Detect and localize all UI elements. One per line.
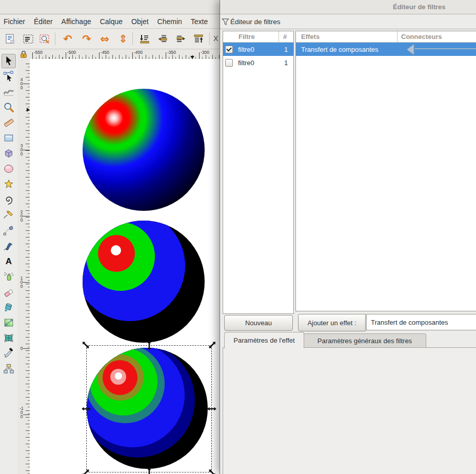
sphere-filtered-coarse[interactable] (83, 221, 205, 343)
rotate-ccw-button[interactable]: ↶ (61, 32, 75, 46)
column-count: # (283, 33, 287, 41)
column-filter: Filtre (239, 33, 255, 41)
scale-handle-n[interactable] (147, 341, 152, 350)
ruler-label: -300 (201, 50, 209, 55)
measure-icon (3, 117, 14, 128)
scale-handle-ne[interactable] (207, 340, 217, 350)
new-filter-button[interactable]: Nouveau (224, 315, 293, 331)
panel-header: Éditeur de filtres (220, 14, 476, 29)
zoom-selection-icon (38, 33, 51, 45)
menu-texte[interactable]: Texte (191, 17, 208, 26)
tool-tweak[interactable] (2, 85, 16, 99)
toolbox: A (0, 49, 18, 474)
ruler-label: 200 (19, 210, 24, 222)
tool-box-3d[interactable] (2, 146, 16, 161)
x-coordinate-label: X (213, 34, 218, 43)
filter-enabled-checkbox[interactable] (225, 46, 233, 53)
ruler-label: -100 (19, 406, 24, 419)
star-icon (3, 179, 14, 190)
zoom-icon (3, 102, 14, 113)
scale-handle-w[interactable] (82, 406, 91, 411)
dialog-titlebar[interactable]: Éditeur de filtres (220, 0, 476, 14)
ruler-label: 400 (19, 77, 24, 90)
document-icon (4, 33, 16, 45)
tool-eraser[interactable] (2, 285, 16, 299)
scale-handle-e[interactable] (207, 406, 216, 411)
filter-name: filtre0 (238, 59, 254, 67)
gradient-icon (3, 317, 14, 328)
zoom-selection-button[interactable] (37, 32, 52, 46)
text-icon: A (6, 257, 12, 266)
tool-bezier-pen[interactable] (2, 223, 16, 238)
effect-type-combobox[interactable]: Transfert de composantes (366, 314, 476, 330)
select-all-button[interactable] (21, 32, 35, 46)
menu-objet[interactable]: Objet (131, 17, 148, 26)
tweak-icon (3, 86, 14, 97)
raise-to-top-button[interactable] (191, 32, 206, 46)
tool-connector[interactable] (2, 362, 16, 376)
rectangle-icon (3, 132, 14, 144)
toolbar-separator (209, 32, 210, 45)
dropper-icon (3, 348, 14, 359)
paint-bucket-icon (3, 302, 14, 313)
tool-calligraphy[interactable] (2, 239, 16, 253)
tab-effect-parameters[interactable]: Paramètres de l'effet (224, 332, 304, 348)
scale-handle-s[interactable] (147, 468, 152, 474)
tool-selector[interactable] (2, 54, 16, 68)
ruler-label: -350 (167, 50, 176, 55)
tool-rectangle[interactable] (2, 131, 16, 145)
raise-to-top-icon (192, 33, 205, 45)
tool-node-editor[interactable] (2, 69, 16, 84)
tool-zoom[interactable] (2, 100, 16, 114)
flip-vertical-icon: ⇕ (118, 34, 128, 45)
add-effect-button[interactable]: Ajouter un effet : (298, 314, 366, 331)
rotate-ccw-icon: ↶ (63, 34, 72, 45)
filter-enabled-checkbox[interactable] (225, 59, 233, 67)
toolbar-separator (132, 32, 133, 45)
ruler-label: -450 (101, 50, 109, 55)
tool-paint-bucket[interactable] (2, 300, 16, 314)
ruler-corner[interactable] (17, 49, 30, 60)
lower-to-bottom-button[interactable] (137, 32, 152, 46)
scale-handle-sw[interactable] (81, 468, 91, 474)
ruler-label: -500 (67, 50, 76, 55)
spray-icon (3, 271, 14, 282)
filter-row[interactable]: filtre0 1 (223, 56, 293, 69)
tool-mesh-gradient[interactable] (2, 331, 16, 345)
document-button[interactable] (3, 32, 17, 46)
canvas[interactable] (30, 59, 220, 474)
tool-text[interactable]: A (2, 254, 16, 268)
menu-chemin[interactable]: Chemin (157, 17, 182, 26)
flip-vertical-button[interactable]: ⇕ (116, 32, 130, 46)
flip-horizontal-button[interactable]: ⇔ (97, 32, 112, 46)
tool-measure[interactable] (2, 115, 16, 130)
raise-button[interactable] (173, 32, 188, 46)
tool-star[interactable] (2, 177, 16, 191)
connector-triangle[interactable] (406, 44, 414, 55)
menu-fichier[interactable]: Fichier (4, 17, 25, 26)
menu-editer[interactable]: Éditer (34, 17, 53, 26)
ring-white (111, 245, 121, 255)
filter-row[interactable]: filtre0 1 (223, 43, 293, 56)
tool-spray[interactable] (2, 269, 16, 284)
tool-spiral[interactable] (2, 192, 16, 207)
tab-general-parameters[interactable]: Paramètres généraux des filtres (303, 333, 426, 348)
scale-handle-se[interactable] (207, 468, 217, 474)
tool-pencil[interactable] (2, 208, 16, 222)
panel-title: Éditeur de filtres (230, 18, 281, 26)
menu-affichage[interactable]: Affichage (62, 17, 91, 26)
filter-editor-dialog: Éditeur de filtres Éditeur de filtres Fi… (220, 0, 476, 474)
select-all-icon (22, 33, 34, 45)
tool-gradient[interactable] (2, 315, 16, 330)
pencil-icon (3, 209, 14, 221)
tool-dropper[interactable] (2, 346, 16, 361)
lower-button[interactable] (155, 32, 170, 46)
tool-ellipse[interactable] (2, 162, 16, 176)
rotate-cw-button[interactable]: ↷ (80, 32, 94, 46)
sphere-gradient-original[interactable] (83, 89, 205, 211)
effect-row[interactable]: Transfert de composantes (296, 43, 476, 56)
filter-list: Filtre # filtre0 1 filtre0 1 (223, 31, 294, 314)
menu-calque[interactable]: Calque (100, 17, 123, 26)
ellipse-icon (3, 163, 14, 174)
scale-handle-nw[interactable] (81, 340, 91, 350)
